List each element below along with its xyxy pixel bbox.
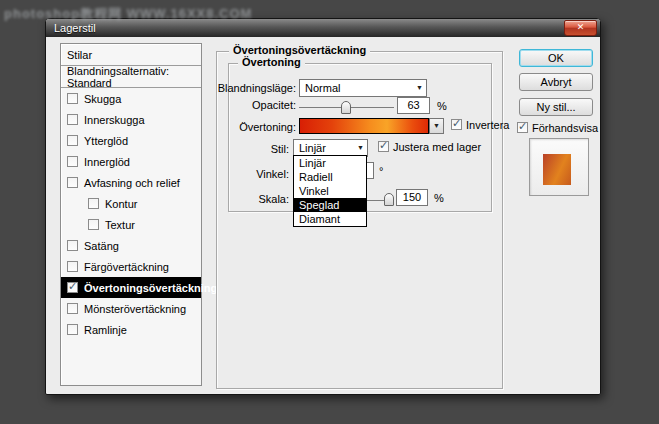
- scale-value: 150: [403, 191, 421, 203]
- inner-glow-checkbox[interactable]: [67, 156, 78, 167]
- color-overlay-checkbox[interactable]: [67, 261, 78, 272]
- sidebar-label: Satäng: [84, 240, 119, 252]
- gradient-swatch[interactable]: [299, 118, 429, 134]
- chevron-down-icon: ▼: [433, 122, 440, 129]
- blend-mode-select[interactable]: Normal ▼: [299, 79, 427, 97]
- style-label: Stil:: [151, 143, 289, 155]
- sidebar-item-gradient-overlay[interactable]: ✓ Övertoningsövertäckning: [61, 277, 201, 298]
- ok-button-label: OK: [548, 52, 564, 64]
- satin-checkbox[interactable]: [67, 240, 78, 251]
- opacity-value: 63: [407, 99, 419, 111]
- opacity-input[interactable]: 63: [397, 97, 430, 114]
- blend-mode-label: Blandningsläge:: [151, 82, 296, 94]
- preview-checkbox[interactable]: ✓: [517, 122, 528, 133]
- opacity-label: Opacitet:: [151, 99, 296, 111]
- sidebar-label: Mönsterövertäckning: [84, 303, 186, 315]
- sidebar-item-satin[interactable]: Satäng: [61, 235, 201, 256]
- sidebar-label: Innerskugga: [84, 114, 145, 126]
- check-icon: ✓: [68, 280, 77, 293]
- check-icon: ✓: [379, 139, 388, 152]
- dropdown-option-reflected[interactable]: Speglad: [294, 198, 366, 212]
- sidebar-item-color-overlay[interactable]: Färgövertäckning: [61, 256, 201, 277]
- sidebar-label: Ramlinje: [84, 324, 127, 336]
- drop-shadow-checkbox[interactable]: [67, 93, 78, 104]
- chevron-down-icon: ▼: [357, 144, 364, 151]
- align-with-layer-checkbox[interactable]: ✓: [378, 141, 389, 152]
- layer-style-dialog: Lagerstil ✕ Stilar Blandningsalternativ:…: [45, 18, 601, 395]
- reverse-label: Invertera: [466, 119, 509, 131]
- ok-button[interactable]: OK: [519, 49, 593, 67]
- blend-mode-value: Normal: [305, 82, 340, 94]
- dropdown-option-linear[interactable]: Linjär: [294, 156, 366, 170]
- preview-label: Förhandsvisa: [532, 122, 598, 134]
- style-value: Linjär: [299, 142, 326, 154]
- gradient-picker-button[interactable]: ▼: [429, 118, 444, 134]
- sidebar-label: Innerglöd: [84, 156, 130, 168]
- cancel-button[interactable]: Avbryt: [519, 73, 593, 91]
- sidebar-label: Övertoningsövertäckning: [84, 282, 217, 294]
- bevel-emboss-checkbox[interactable]: [67, 177, 78, 188]
- scale-unit: %: [434, 192, 444, 204]
- sidebar-label: Stilar: [67, 49, 92, 61]
- scale-slider-handle[interactable]: [384, 193, 394, 206]
- dropdown-option-diamond[interactable]: Diamant: [294, 212, 366, 226]
- sidebar-label: Färgövertäckning: [84, 261, 169, 273]
- new-style-button-label: Ny stil...: [536, 101, 575, 113]
- stroke-checkbox[interactable]: [67, 324, 78, 335]
- check-icon: ✓: [518, 120, 527, 133]
- chevron-down-icon: ▼: [416, 84, 423, 91]
- style-preview-thumbnail: [529, 138, 589, 196]
- sidebar-item-texture[interactable]: Textur: [61, 214, 201, 235]
- new-style-button[interactable]: Ny stil...: [519, 98, 593, 116]
- angle-unit: °: [379, 165, 383, 177]
- align-with-layer-label: Justera med lager: [393, 141, 481, 153]
- sidebar-item-styles[interactable]: Stilar: [61, 44, 201, 66]
- sidebar-item-stroke[interactable]: Ramlinje: [61, 319, 201, 340]
- opacity-unit: %: [437, 100, 447, 112]
- gradient-group-title: Övertoning: [238, 56, 305, 68]
- sidebar-label: Kontur: [105, 198, 137, 210]
- inner-shadow-checkbox[interactable]: [67, 114, 78, 125]
- texture-checkbox[interactable]: [88, 219, 99, 230]
- close-icon: ✕: [577, 22, 585, 32]
- dropdown-option-radial[interactable]: Radiell: [294, 170, 366, 184]
- styles-listbox: Stilar Blandningsalternativ: Standard Sk…: [60, 43, 202, 386]
- pattern-overlay-checkbox[interactable]: [67, 303, 78, 314]
- sidebar-label: Skugga: [84, 93, 121, 105]
- check-icon: ✓: [452, 117, 461, 130]
- gradient-label: Övertoning:: [151, 121, 296, 133]
- sidebar-label: Ytterglöd: [84, 135, 128, 147]
- opacity-slider-handle[interactable]: [341, 101, 351, 114]
- cancel-button-label: Avbryt: [541, 76, 572, 88]
- gradient-overlay-group-title: Övertoningsövertäckning: [229, 44, 370, 56]
- contour-checkbox[interactable]: [88, 198, 99, 209]
- style-dropdown-list: Linjär Radiell Vinkel Speglad Diamant: [293, 155, 367, 227]
- watermark: photoshop教程网 WWW.16XX8.COM: [4, 5, 252, 23]
- sidebar-item-pattern-overlay[interactable]: Mönsterövertäckning: [61, 298, 201, 319]
- sidebar-label: Textur: [105, 219, 135, 231]
- close-button[interactable]: ✕: [564, 20, 597, 36]
- style-preview-gradient: [543, 154, 571, 185]
- scale-label: Skala:: [151, 193, 289, 205]
- scale-input[interactable]: 150: [396, 189, 428, 206]
- outer-glow-checkbox[interactable]: [67, 135, 78, 146]
- dropdown-option-angle[interactable]: Vinkel: [294, 184, 366, 198]
- reverse-checkbox[interactable]: ✓: [451, 119, 462, 130]
- gradient-overlay-checkbox[interactable]: ✓: [67, 282, 78, 293]
- angle-label: Vinkel:: [151, 168, 289, 180]
